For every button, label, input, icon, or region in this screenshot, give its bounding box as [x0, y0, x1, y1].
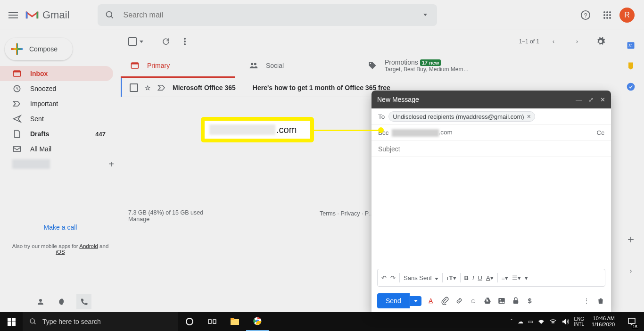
star-icon[interactable]: ☆ — [145, 84, 151, 91]
more-icon[interactable] — [175, 32, 194, 51]
tray-chevron-up-icon[interactable]: ˄ — [510, 318, 513, 325]
privacy-link[interactable]: Privacy — [340, 210, 360, 217]
font-size-icon[interactable]: тT▾ — [446, 274, 456, 281]
calendar-icon[interactable]: 31 — [626, 41, 636, 50]
terms-link[interactable]: Terms — [320, 210, 336, 217]
taskbar-search[interactable]: Type here to search — [23, 312, 178, 331]
font-select[interactable]: Sans Serif — [404, 274, 438, 281]
android-link[interactable]: Android — [79, 243, 98, 249]
sidebar-item-allmail[interactable]: All Mail — [0, 141, 113, 157]
subject-input[interactable] — [378, 145, 604, 153]
next-page-icon[interactable]: › — [568, 32, 586, 51]
italic-icon[interactable]: I — [472, 274, 474, 281]
compose-button[interactable]: Compose — [5, 38, 73, 60]
tab-primary[interactable]: Primary — [121, 53, 239, 78]
tab-social[interactable]: Social — [239, 53, 358, 78]
format-toggle-icon[interactable]: A — [426, 296, 436, 306]
ios-link[interactable]: iOS — [56, 249, 65, 255]
toolbar: 1–1 of 1 ‹ › — [121, 30, 618, 53]
list-icon[interactable]: ☰▾ — [512, 274, 521, 281]
subject-field[interactable] — [372, 141, 611, 157]
hangouts-chat-icon[interactable] — [55, 294, 70, 309]
support-icon[interactable]: ? — [576, 6, 595, 25]
refresh-icon[interactable] — [157, 32, 175, 51]
cc-toggle[interactable]: Cc — [597, 129, 605, 136]
bcc-field[interactable]: Bcc .com Cc — [372, 125, 611, 141]
tab-promotions[interactable]: Promotions 17 new Target, Best Buy, Medi… — [358, 53, 477, 78]
sidebar-item-inbox[interactable]: Inbox — [0, 66, 113, 81]
compose-body[interactable] — [372, 157, 611, 269]
sidebar-item-sent[interactable]: Sent — [0, 111, 113, 126]
insert-link-icon[interactable] — [454, 296, 464, 306]
file-explorer-icon[interactable] — [223, 312, 246, 331]
sidebar-label-row[interactable]: + — [0, 157, 121, 172]
compose-send-row: Send A ☺ $ ⋮ — [372, 290, 611, 312]
compose-header[interactable]: New Message — ⤢ ✕ — [372, 91, 611, 108]
sidebar-item-important[interactable]: Important — [0, 96, 113, 111]
search-options-icon[interactable] — [415, 6, 434, 25]
label: Sent — [30, 115, 44, 123]
send-button[interactable]: Send — [377, 293, 410, 308]
email-checkbox[interactable] — [130, 83, 138, 92]
tasks-icon[interactable] — [626, 82, 636, 91]
collapse-rail-icon[interactable]: › — [630, 267, 632, 274]
align-icon[interactable]: ≡▾ — [502, 274, 509, 281]
select-dropdown-icon[interactable] — [140, 41, 143, 43]
important-marker-icon[interactable] — [157, 84, 166, 91]
attach-icon[interactable] — [440, 296, 450, 306]
compose-more-icon[interactable]: ⋮ — [582, 296, 591, 306]
hangouts-person-icon[interactable] — [33, 294, 48, 309]
select-all-checkbox[interactable] — [128, 37, 137, 46]
confidential-icon[interactable] — [511, 296, 520, 306]
search-icon[interactable] — [100, 6, 119, 25]
underline-icon[interactable]: U — [478, 274, 482, 281]
gmail-logo[interactable]: Gmail — [25, 9, 69, 21]
recipient-chip[interactable]: Undisclosed recipients (myaddress@gmail.… — [388, 111, 535, 122]
label: Snoozed — [30, 85, 56, 92]
search-bar[interactable] — [98, 4, 437, 26]
account-avatar[interactable]: R — [619, 8, 635, 23]
tray-app-icon[interactable]: ▭ — [528, 318, 533, 325]
drive-icon[interactable] — [483, 296, 492, 306]
emoji-icon[interactable]: ☺ — [469, 296, 478, 306]
prev-page-icon[interactable]: ‹ — [544, 32, 563, 51]
send-options-icon[interactable] — [410, 296, 421, 306]
cortana-icon[interactable] — [178, 312, 201, 331]
apps-grid-icon[interactable] — [598, 6, 617, 25]
add-label-icon[interactable]: + — [108, 159, 114, 170]
network-icon[interactable] — [538, 318, 545, 325]
fullscreen-icon[interactable]: ⤢ — [588, 96, 594, 103]
bold-icon[interactable]: B — [464, 274, 469, 281]
language-indicator[interactable]: ENGINTL — [574, 316, 584, 327]
clock[interactable]: 10:46 AM1/16/2020 — [589, 315, 618, 328]
settings-gear-icon[interactable] — [591, 32, 610, 51]
more-format-icon[interactable]: ▾ — [525, 274, 528, 281]
keep-icon[interactable] — [626, 61, 636, 71]
hangouts-phone-icon[interactable] — [76, 294, 91, 309]
close-icon[interactable]: ✕ — [600, 96, 605, 103]
money-icon[interactable]: $ — [525, 296, 535, 306]
discard-icon[interactable] — [596, 296, 605, 306]
remove-chip-icon[interactable]: × — [527, 113, 531, 120]
sidebar-item-snoozed[interactable]: Snoozed — [0, 81, 113, 96]
to-field[interactable]: To Undisclosed recipients (myaddress@gma… — [372, 108, 611, 125]
sidebar-item-drafts[interactable]: Drafts 447 — [0, 126, 113, 141]
minimize-icon[interactable]: — — [576, 96, 582, 103]
undo-icon[interactable]: ↶ — [381, 274, 387, 281]
manage-storage-link[interactable]: Manage — [128, 216, 203, 223]
menu-icon[interactable] — [4, 6, 23, 25]
tab-label: Social — [266, 62, 284, 69]
onedrive-icon[interactable]: ☁ — [518, 318, 523, 325]
wifi-icon[interactable] — [549, 319, 557, 324]
addons-plus-icon[interactable]: + — [627, 233, 634, 246]
text-color-icon[interactable]: A▾ — [486, 274, 494, 281]
redo-icon[interactable]: ↷ — [390, 274, 396, 281]
start-button[interactable] — [0, 312, 23, 331]
chrome-icon[interactable] — [246, 312, 269, 331]
search-input[interactable] — [119, 11, 415, 19]
volume-icon[interactable] — [561, 318, 569, 325]
task-view-icon[interactable] — [201, 312, 223, 331]
make-call-link[interactable]: Make a call — [0, 223, 121, 231]
notifications-icon[interactable]: 15 — [622, 312, 641, 331]
insert-photo-icon[interactable] — [497, 296, 506, 306]
